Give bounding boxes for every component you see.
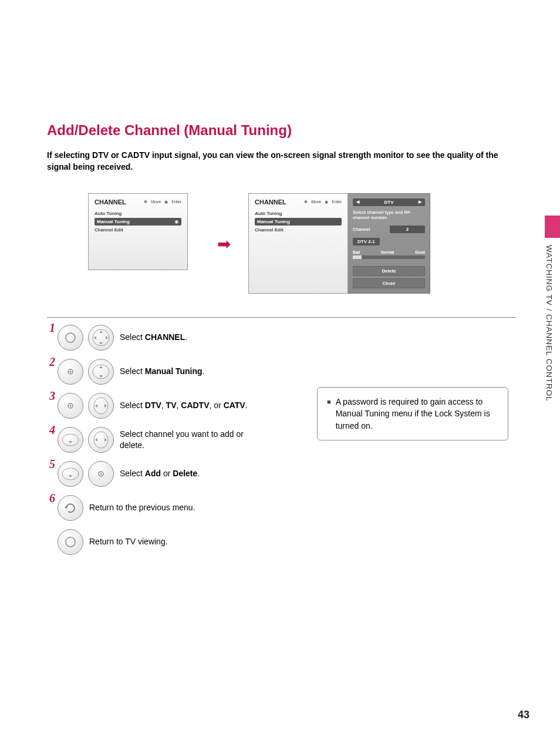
osd-hints: ✥Move ◉Enter: [304, 200, 342, 204]
osd-hints: ✥Move ◉Enter: [144, 200, 181, 204]
osd-item-channel-edit: Channel Edit: [95, 226, 181, 234]
step-number: 4: [49, 423, 55, 437]
hint-move: Move: [151, 200, 161, 204]
hint-enter: Enter: [332, 200, 342, 204]
step-text: Select channel you want to add or delete…: [120, 429, 261, 452]
step-7: Return to TV viewing.: [47, 529, 517, 555]
remote-dpad-down-icon: [58, 427, 83, 453]
remote-dpad-full-icon: [88, 325, 114, 351]
osd-item-label: Manual Tuning: [257, 219, 290, 224]
osd-title: CHANNEL: [255, 198, 286, 206]
page-title: Add/Delete Channel (Manual Tuning): [47, 122, 517, 139]
svg-point-0: [66, 333, 75, 342]
step-text: Select Add or Delete.: [120, 468, 200, 480]
step-number: 3: [49, 389, 55, 403]
panel-help-text: Select channel type and RF-channel numbe…: [353, 210, 425, 221]
step-1: 1 Select CHANNEL.: [47, 325, 517, 351]
arrow-right-icon: ➡: [217, 234, 231, 254]
step-number: 6: [49, 492, 55, 505]
remote-menu-button-icon: [58, 529, 83, 555]
remote-menu-button-icon: [58, 325, 83, 351]
selection-dot-icon: [174, 220, 179, 224]
step-number: 5: [49, 457, 55, 471]
remote-dpad-leftright-icon: [88, 427, 114, 453]
signal-type-selector: ◀ DTV ▶: [353, 198, 425, 206]
osd-item-auto-tuning: Auto Tuning: [95, 209, 181, 218]
osd-menu-expanded: CHANNEL ✥Move ◉Enter Auto Tuning Manual …: [248, 193, 430, 294]
manual-tuning-panel: ◀ DTV ▶ Select channel type and RF-chann…: [348, 193, 430, 294]
channel-label: Channel: [353, 227, 370, 232]
channel-row: Channel 2: [353, 226, 425, 233]
svg-point-10: [62, 468, 79, 480]
hint-move: Move: [311, 200, 321, 204]
svg-point-3: [70, 371, 72, 373]
remote-dpad-leftright-icon: [88, 393, 114, 419]
step-text: Select CHANNEL.: [120, 332, 187, 344]
signal-meter: [353, 255, 425, 259]
step-number: 2: [49, 355, 55, 369]
divider: [47, 317, 517, 318]
menu-illustration-row: CHANNEL ✥Move ◉Enter Auto Tuning Manual …: [88, 193, 517, 294]
osd-item-channel-edit: Channel Edit: [255, 226, 342, 234]
osd-title: CHANNEL: [95, 198, 126, 206]
step-2: 2 Select Manual Tuning.: [47, 359, 517, 385]
osd-menu-left: CHANNEL ✥Move ◉Enter Auto Tuning Manual …: [88, 193, 188, 270]
side-tab-label: WATCHING TV / CHANNEL CONTROL: [545, 238, 554, 402]
svg-point-12: [100, 473, 102, 475]
step-6: 6 Return to the previous menu.: [47, 495, 517, 521]
svg-point-6: [70, 405, 72, 407]
step-5: 5 Select Add or Delete.: [47, 461, 517, 487]
osd-item-label: Manual Tuning: [97, 219, 130, 224]
meter-normal: Normal: [381, 250, 394, 254]
step-text: Select Manual Tuning.: [120, 366, 204, 378]
step-text: Select DTV, TV, CADTV, or CATV.: [120, 400, 248, 412]
triangle-right-icon: ▶: [419, 200, 421, 204]
svg-point-13: [66, 537, 75, 547]
page-content: Add/Delete Channel (Manual Tuning) If se…: [47, 122, 517, 563]
meter-bad: Bad: [353, 250, 360, 254]
step-4: 4 Select channel you want to add or dele…: [47, 427, 517, 453]
side-tab: WATCHING TV / CHANNEL CONTROL: [545, 216, 560, 415]
osd-item-manual-tuning: Manual Tuning: [95, 218, 181, 226]
side-tab-accent: [545, 216, 560, 238]
signal-meter-labels: Bad Normal Good: [353, 250, 425, 254]
remote-dpad-updown-icon: [88, 359, 114, 385]
intro-text: If selecting DTV or CADTV input signal, …: [47, 149, 517, 173]
channel-value: 2: [390, 226, 425, 233]
svg-point-8: [62, 434, 79, 446]
osd-item-auto-tuning: Auto Tuning: [255, 209, 342, 218]
remote-enter-button-icon: [58, 359, 83, 385]
hint-enter: Enter: [171, 200, 181, 204]
signal-type-value: DTV: [384, 200, 394, 205]
triangle-left-icon: ◀: [356, 200, 359, 204]
step-number: 1: [49, 321, 55, 335]
remote-enter-button-icon: [88, 461, 114, 487]
steps-list: 1 Select CHANNEL. 2: [47, 325, 517, 555]
note-text: A password is required to gain access to…: [336, 396, 498, 432]
meter-good: Good: [415, 250, 425, 254]
close-button: Close: [353, 278, 425, 288]
page-number: 43: [518, 709, 529, 721]
step-text: Return to the previous menu.: [89, 502, 195, 514]
step-text: Return to TV viewing.: [89, 536, 168, 548]
found-channel-chip: DTV 2-1: [353, 238, 380, 245]
remote-dpad-down-icon: [58, 461, 83, 487]
remote-return-button-icon: [58, 495, 83, 521]
osd-item-manual-tuning: Manual Tuning: [255, 218, 342, 226]
delete-button: Delete: [353, 266, 425, 276]
remote-enter-button-icon: [58, 393, 83, 419]
